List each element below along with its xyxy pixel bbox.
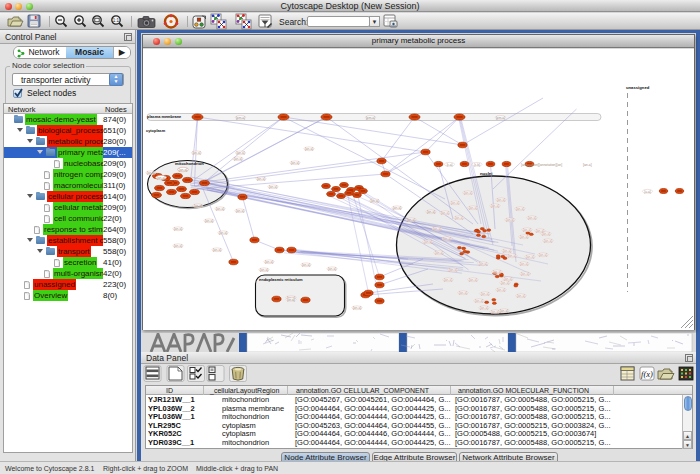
svg-text:[an-a]: [an-a] <box>500 309 508 313</box>
svg-text:[an-a]: [an-a] <box>328 267 336 271</box>
svg-text:[an-a]: [an-a] <box>443 237 451 241</box>
svg-text:[er-a]: [er-a] <box>287 298 295 302</box>
svg-text:[an-a]: [an-a] <box>305 147 313 151</box>
svg-text:[an-a]: [an-a] <box>444 278 452 282</box>
svg-text:[an-a]: [an-a] <box>520 235 528 239</box>
svg-text:[an-a]: [an-a] <box>517 294 525 298</box>
svg-text:[an-a]: [an-a] <box>542 232 550 236</box>
svg-text:[an-a]: [an-a] <box>269 185 277 189</box>
svg-text:[an-a]: [an-a] <box>433 227 441 231</box>
svg-text:[an-a]: [an-a] <box>503 249 511 253</box>
svg-text:[an-a]: [an-a] <box>497 198 505 202</box>
svg-text:[an-a]: [an-a] <box>234 157 242 161</box>
svg-text:[an-a]: [an-a] <box>475 299 483 303</box>
svg-text:[r-a]: [r-a] <box>447 163 453 167</box>
svg-text:[an-a]: [an-a] <box>157 176 166 180</box>
svg-text:[an-a]: [an-a] <box>506 218 514 222</box>
svg-text:[an-a]: [an-a] <box>451 201 459 205</box>
svg-text:[an-a]: [an-a] <box>205 219 213 223</box>
svg-text:[an-a]: [an-a] <box>427 210 435 214</box>
svg-text:f(x): f(x) <box>641 369 653 379</box>
svg-text:[an-a]: [an-a] <box>435 251 443 255</box>
svg-text:[an-a]: [an-a] <box>523 228 531 232</box>
svg-text:[u-a]: [u-a] <box>644 190 650 194</box>
svg-text:[an-a]: [an-a] <box>491 204 499 208</box>
svg-text:[an-a]: [an-a] <box>441 211 449 215</box>
svg-text:[an-a]: [an-a] <box>544 239 552 243</box>
svg-text:[pm-a]: [pm-a] <box>496 116 505 120</box>
svg-text:[r-b]: [r-b] <box>474 163 480 167</box>
svg-text:[an-a]: [an-a] <box>491 310 499 314</box>
svg-text:[an-a]: [an-a] <box>370 199 378 203</box>
svg-text:[an-a]: [an-a] <box>516 207 524 211</box>
svg-text:[an-a]: [an-a] <box>520 262 528 266</box>
svg-text:plasma membrane: plasma membrane <box>147 114 182 119</box>
svg-text:[an-a]: [an-a] <box>213 248 221 252</box>
svg-text:cytoplasm: cytoplasm <box>146 128 166 133</box>
svg-text:[an-a]: [an-a] <box>521 272 529 276</box>
svg-text:[an-a]: [an-a] <box>174 244 182 248</box>
svg-text:1:1: 1:1 <box>113 18 120 23</box>
svg-text:[pm-a]: [pm-a] <box>236 116 245 120</box>
svg-text:[an-a]: [an-a] <box>455 216 463 220</box>
svg-text:[an-a]: [an-a] <box>481 292 489 296</box>
svg-text:[an-a]: [an-a] <box>219 231 227 235</box>
svg-text:[an-a]: [an-a] <box>469 278 477 282</box>
svg-text:[an-a]: [an-a] <box>236 209 244 213</box>
svg-text:[an-a]: [an-a] <box>236 151 244 155</box>
svg-text:[pm-a]: [pm-a] <box>366 116 375 120</box>
svg-text:[an-a]: [an-a] <box>449 268 457 272</box>
svg-text:[an-a]: [an-a] <box>353 306 361 310</box>
svg-text:[an-a]: [an-a] <box>302 263 310 267</box>
svg-text:[an-a]: [an-a] <box>526 255 534 259</box>
svg-text:[an-a]: [an-a] <box>508 254 516 258</box>
svg-text:endoplasmic reticulum: endoplasmic reticulum <box>259 277 303 282</box>
svg-text:[an-a]: [an-a] <box>393 206 401 210</box>
svg-text:[an-a]: [an-a] <box>179 168 188 172</box>
svg-text:[an-a]: [an-a] <box>265 260 273 264</box>
svg-text:[an-a]: [an-a] <box>493 270 501 274</box>
svg-text:unassigned: unassigned <box>626 85 650 90</box>
svg-text:[an-a]: [an-a] <box>464 191 472 195</box>
svg-text:[an-a]: [an-a] <box>257 177 265 181</box>
svg-text:[an-a]: [an-a] <box>479 262 487 266</box>
svg-text:[an-a]: [an-a] <box>407 218 415 222</box>
svg-text:[an-a]: [an-a] <box>583 163 592 167</box>
svg-text:nuclei: nuclei <box>480 171 492 176</box>
svg-text:[an-a]: [an-a] <box>539 253 547 257</box>
svg-text:[an-a]: [an-a] <box>260 268 268 272</box>
svg-text:[an-a]: [an-a] <box>501 281 509 285</box>
svg-text:[an-a]: [an-a] <box>528 216 536 220</box>
svg-text:[an-a]: [an-a] <box>291 161 299 165</box>
svg-text:[an-a]: [an-a] <box>216 207 224 211</box>
svg-text:[annotation][annotation][an]: [annotation][annotation][an] <box>521 163 562 167</box>
svg-text:[an-a]: [an-a] <box>459 291 467 295</box>
svg-text:[an-a]: [an-a] <box>497 288 505 292</box>
svg-text:[an-a]: [an-a] <box>194 204 202 208</box>
svg-text:[an-a]: [an-a] <box>174 227 182 231</box>
svg-text:mitochondrion: mitochondrion <box>175 161 204 166</box>
svg-text:[an-a]: [an-a] <box>469 206 477 210</box>
svg-text:[an-a]: [an-a] <box>480 306 488 310</box>
svg-text:[an-a]: [an-a] <box>147 171 155 175</box>
svg-text:[an-a]: [an-a] <box>192 151 200 155</box>
svg-text:[an-a]: [an-a] <box>424 240 432 244</box>
